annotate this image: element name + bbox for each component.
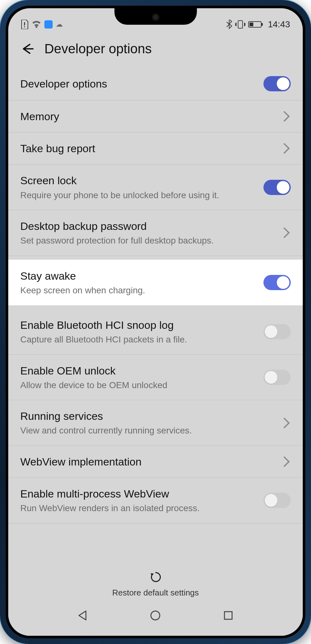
cloud-icon: ☁ — [56, 20, 63, 29]
row-take-bug-report[interactable]: Take bug report — [8, 133, 303, 165]
row-subtitle: Run WebView renders in an isolated proce… — [20, 503, 258, 514]
row-stay-awake[interactable]: Stay awake Keep screen on when charging. — [8, 260, 303, 306]
sim-alert-icon — [21, 20, 29, 29]
chevron-right-icon — [279, 227, 290, 238]
svg-rect-0 — [24, 22, 25, 25]
settings-list: Developer options Memory Take bug report — [8, 67, 303, 524]
chevron-right-icon — [279, 143, 290, 154]
svg-point-7 — [151, 611, 160, 620]
chevron-right-icon — [279, 418, 290, 428]
row-subtitle: Set password protection for full desktop… — [20, 235, 275, 246]
restore-icon — [149, 570, 163, 584]
row-title: Memory — [20, 109, 275, 123]
row-desktop-backup-password[interactable]: Desktop backup password Set password pro… — [8, 210, 303, 256]
chevron-right-icon — [279, 111, 290, 122]
row-oem-unlock[interactable]: Enable OEM unlock Allow the device to be… — [8, 355, 303, 400]
row-title: Take bug report — [20, 141, 275, 155]
row-memory[interactable]: Memory — [8, 101, 303, 133]
toggle-multi-webview[interactable] — [263, 493, 291, 508]
row-title: Screen lock — [20, 173, 258, 187]
row-subtitle: Capture all Bluetooth HCI packets in a f… — [20, 334, 258, 345]
notch — [114, 8, 197, 25]
row-webview-implementation[interactable]: WebView implementation — [8, 446, 303, 478]
svg-rect-5 — [262, 23, 263, 26]
svg-rect-8 — [224, 612, 232, 619]
chevron-right-icon — [279, 456, 290, 467]
screen: ☁ 14:43 — [8, 8, 303, 636]
status-left: ☁ — [21, 20, 63, 29]
toggle-developer-options[interactable] — [263, 76, 291, 91]
status-clock: 14:43 — [268, 19, 290, 29]
toggle-bt-snoop[interactable] — [263, 324, 291, 339]
header: Developer options — [8, 33, 303, 67]
vibrate-icon — [235, 20, 246, 29]
row-developer-options[interactable]: Developer options — [8, 67, 303, 101]
row-title: Desktop backup password — [20, 219, 275, 233]
row-title: WebView implementation — [20, 455, 275, 469]
row-bt-hci-snoop-log[interactable]: Enable Bluetooth HCI snoop log Capture a… — [8, 309, 303, 355]
restore-label: Restore default settings — [112, 588, 199, 598]
svg-rect-6 — [249, 23, 253, 26]
row-title: Enable OEM unlock — [20, 364, 258, 378]
page-title: Developer options — [44, 41, 152, 56]
row-title: Developer options — [20, 77, 258, 91]
phone-bezel: ☁ 14:43 — [6, 6, 305, 638]
row-subtitle: View and control currently running servi… — [20, 425, 275, 436]
toggle-oem-unlock[interactable] — [263, 370, 291, 385]
row-subtitle: Allow the device to be OEM unlocked — [20, 380, 258, 391]
battery-icon — [248, 21, 263, 28]
phone-frame: ☁ 14:43 — [0, 0, 311, 644]
row-running-services[interactable]: Running services View and control curren… — [8, 400, 303, 446]
row-screen-lock[interactable]: Screen lock Require your phone to be unl… — [8, 165, 303, 210]
row-title: Enable Bluetooth HCI snoop log — [20, 318, 258, 332]
restore-default-button[interactable]: Restore default settings — [8, 563, 303, 602]
bluetooth-icon — [226, 20, 232, 29]
status-right: 14:43 — [226, 19, 290, 29]
row-subtitle: Require your phone to be unlocked before… — [20, 190, 258, 201]
toggle-stay-awake[interactable] — [263, 275, 291, 290]
row-title: Stay awake — [20, 269, 258, 283]
android-nav-bar — [8, 602, 303, 636]
svg-rect-3 — [238, 21, 243, 28]
nav-home-button[interactable] — [149, 609, 162, 622]
row-title: Enable multi-process WebView — [20, 487, 258, 501]
row-subtitle: Keep screen on when charging. — [20, 285, 258, 296]
row-title: Running services — [20, 409, 275, 423]
toggle-screen-lock[interactable] — [263, 180, 291, 195]
svg-rect-1 — [24, 26, 25, 27]
back-button[interactable] — [20, 42, 34, 56]
nav-back-button[interactable] — [76, 609, 89, 622]
row-multi-process-webview[interactable]: Enable multi-process WebView Run WebView… — [8, 478, 303, 524]
svg-point-2 — [36, 26, 37, 28]
app-notification-icon — [44, 20, 53, 29]
wifi-icon — [32, 21, 41, 28]
nav-recents-button[interactable] — [222, 609, 235, 622]
